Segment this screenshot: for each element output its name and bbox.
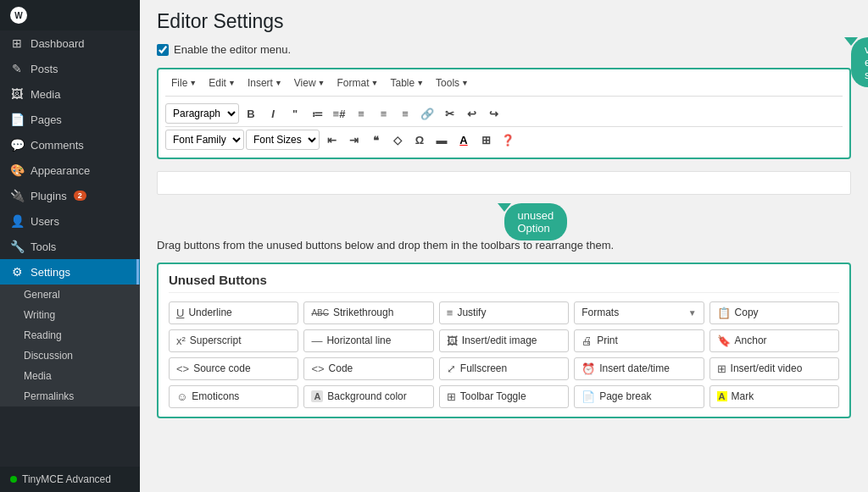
source-code-icon: <> (176, 362, 189, 375)
blockquote2-button[interactable]: ❝ (365, 130, 386, 150)
sidebar-item-settings[interactable]: ⚙ Settings (0, 259, 140, 285)
submenu-reading[interactable]: Reading (0, 325, 140, 346)
superscript-button[interactable]: x² Superscript (169, 329, 298, 352)
sidebar-item-dashboard[interactable]: ⊞ Dashboard (0, 30, 140, 56)
insert-menu[interactable]: Insert ▼ (242, 75, 288, 91)
sidebar-item-tools[interactable]: 🔧 Tools (0, 234, 140, 259)
submenu-discussion[interactable]: Discussion (0, 346, 140, 366)
strikethrough-label: Strikethrough (333, 307, 393, 318)
plugins-icon: 🔌 (10, 189, 24, 202)
sidebar-label: Posts (31, 63, 58, 75)
paragraph-select[interactable]: Paragraph (165, 103, 239, 124)
copy-label: Copy (735, 307, 759, 318)
code-icon: <> (311, 362, 324, 375)
font-sizes-select[interactable]: Font Sizes (246, 130, 320, 150)
tools-icon: 🔧 (10, 240, 24, 253)
outdent-button[interactable]: ⇤ (321, 130, 342, 150)
horizontal-line-icon: — (311, 334, 322, 347)
editor-toolbar-box: File ▼ Edit ▼ Insert ▼ View ▼ Format ▼ T… (157, 68, 851, 159)
edit-menu[interactable]: Edit ▼ (203, 75, 242, 91)
sidebar-item-appearance[interactable]: 🎨 Appearance (0, 158, 140, 183)
toolbar-toggle-button[interactable]: ⊞ Toolbar Toggle (439, 385, 569, 408)
align-left-button[interactable]: ≡ (351, 103, 371, 124)
insert-image-icon: 🖼 (447, 334, 458, 347)
superscript-icon: x² (176, 334, 186, 347)
blockquote-button[interactable]: " (285, 103, 305, 124)
print-label: Print (597, 334, 618, 346)
code-button[interactable]: <> Code (303, 357, 433, 380)
italic-button[interactable]: I (263, 103, 283, 124)
bold-button[interactable]: B (241, 103, 261, 124)
copy-button[interactable]: 📋 Copy (709, 301, 839, 324)
enable-editor-checkbox[interactable] (157, 44, 169, 56)
settings-submenu: General Writing Reading Discussion Media… (0, 285, 140, 406)
undo-button[interactable]: ↩ (461, 103, 481, 124)
source-code-button[interactable]: <> Source code (169, 357, 298, 380)
submenu-permalinks[interactable]: Permalinks (0, 386, 140, 406)
editor-menubar: File ▼ Edit ▼ Insert ▼ View ▼ Format ▼ T… (165, 75, 843, 97)
sidebar-item-posts[interactable]: ✎ Posts (0, 56, 140, 81)
submenu-writing[interactable]: Writing (0, 305, 140, 325)
sidebar-item-plugins[interactable]: 🔌 Plugins 2 (0, 183, 140, 208)
mark-icon: A (717, 391, 727, 401)
omega-button[interactable]: Ω (409, 130, 430, 150)
sidebar-item-pages[interactable]: 📄 Pages (0, 107, 140, 132)
bullet-list-button[interactable]: ≔ (307, 103, 327, 124)
anchor-button[interactable]: 🔖 Anchor (709, 329, 839, 352)
underline-label: Underline (188, 307, 231, 318)
table-button[interactable]: ⊞ (476, 130, 496, 150)
print-button[interactable]: 🖨 Print (574, 329, 704, 352)
anchor-label: Anchor (735, 334, 767, 346)
tools-menu[interactable]: Tools ▼ (430, 75, 475, 91)
justify-button[interactable]: ≡ Justify (439, 301, 569, 324)
tinymce-advanced-link[interactable]: TinyMCE Advanced (0, 467, 140, 492)
fullscreen-button[interactable]: ⤢ Fullscreen (439, 357, 569, 380)
background-color-label: Background color (327, 390, 406, 402)
mark-button[interactable]: A Mark (709, 385, 839, 408)
eraser-button[interactable]: ◇ (387, 130, 408, 150)
sidebar-item-media[interactable]: 🖼 Media (0, 81, 140, 107)
submenu-general[interactable]: General (0, 285, 140, 305)
align-center-button[interactable]: ≡ (373, 103, 393, 124)
hr-button[interactable]: ▬ (431, 130, 452, 150)
numbered-list-button[interactable]: ≡# (329, 103, 349, 124)
toolbar-row-1: Paragraph B I " ≔ ≡# ≡ ≡ ≡ 🔗 ✂ ↩ ↪ (165, 101, 843, 127)
horizontal-line-button[interactable]: — Horizontal line (303, 329, 433, 352)
indent-button[interactable]: ⇥ (343, 130, 364, 150)
sidebar-label: Users (31, 215, 59, 228)
background-color-icon: A (311, 390, 323, 402)
help-button[interactable]: ❓ (498, 130, 518, 150)
insert-edit-image-button[interactable]: 🖼 Insert/edit image (439, 329, 569, 352)
formats-button[interactable]: Formats ▼ (574, 301, 704, 324)
empty-toolbar-area (157, 171, 851, 195)
link-button[interactable]: 🔗 (417, 103, 437, 124)
background-color-button[interactable]: A Background color (303, 385, 433, 408)
pages-icon: 📄 (10, 113, 24, 126)
align-right-button[interactable]: ≡ (395, 103, 415, 124)
table-menu[interactable]: Table ▼ (384, 75, 430, 91)
insert-date-time-button[interactable]: ⏰ Insert date/time (574, 357, 704, 380)
view-menu[interactable]: View ▼ (288, 75, 331, 91)
unused-annotation-row: unused Option (157, 203, 851, 234)
settings-icon: ⚙ (10, 265, 24, 279)
superscript-label: Superscript (190, 334, 242, 346)
font-family-select[interactable]: Font Family (165, 130, 244, 150)
unlink-button[interactable]: ✂ (439, 103, 459, 124)
redo-button[interactable]: ↪ (483, 103, 504, 124)
submenu-media[interactable]: Media (0, 366, 140, 386)
strikethrough-button[interactable]: ABC Strikethrough (303, 301, 433, 324)
sidebar: W ⊞ Dashboard ✎ Posts 🖼 Media 📄 Pages 💬 … (0, 0, 140, 492)
file-menu[interactable]: File ▼ (165, 75, 203, 91)
insert-edit-video-button[interactable]: ⊞ Insert/edit video (709, 357, 839, 380)
font-color-button[interactable]: A (453, 130, 474, 150)
underline-button[interactable]: U Underline (169, 301, 298, 324)
justify-label: Justify (457, 307, 486, 318)
emoticons-button[interactable]: ☺ Emoticons (169, 385, 298, 408)
unused-option-bubble: unused Option (504, 203, 568, 240)
sidebar-item-users[interactable]: 👤 Users (0, 208, 140, 234)
users-icon: 👤 (10, 214, 24, 228)
format-menu[interactable]: Format ▼ (331, 75, 385, 91)
page-break-button[interactable]: 📄 Page break (574, 385, 704, 408)
sidebar-item-comments[interactable]: 💬 Comments (0, 132, 140, 158)
sidebar-label: Tools (31, 240, 56, 253)
